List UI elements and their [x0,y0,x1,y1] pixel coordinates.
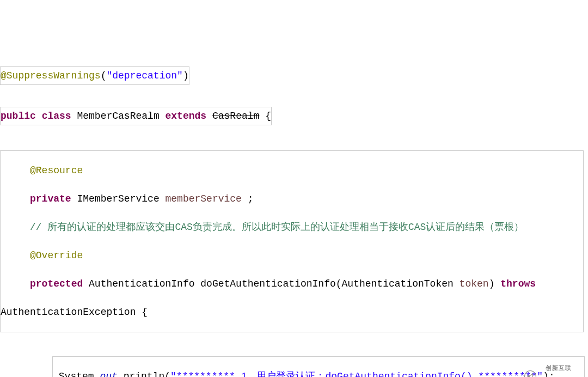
svg-point-2 [532,374,534,375]
svg-point-0 [525,371,536,377]
static-out: out [100,371,117,377]
keyword-public: public [1,111,36,121]
keyword-extends: extends [166,111,207,121]
block-method-body: System.out.println("********** 1、用户登录认证：… [52,356,585,377]
keyword-class: class [42,111,71,121]
string-println: "********** 1、用户登录认证：doGetAuthentication… [170,371,543,377]
class-name: MemberCasRealm [77,111,159,121]
keyword-protected: protected [30,278,83,289]
block-class-body: @Resource private IMemberService memberS… [0,150,584,332]
type-imemberservice: IMemberService [77,193,159,204]
watermark-logo: 创新互联 CHUANG XIN HU LIAN [524,357,584,377]
annotation-suppresswarnings: @SuppressWarnings [1,70,101,81]
deprecated-casrealm: CasRealm [212,111,259,121]
keyword-private: private [30,193,71,204]
line-2: public class MemberCasRealm extends CasR… [0,107,272,125]
keyword-throws: throws [500,278,536,289]
comment-line5: // 所有的认证的处理都应该交由CAS负责完成。所以此时实际上的认证处理相当于接… [30,222,524,233]
annotation-override: @Override [30,250,83,261]
watermark-text: 创新互联 [546,364,572,371]
annotation-resource: @Resource [30,165,83,176]
method-dogetauthinfo: doGetAuthenticationInfo [200,278,335,289]
string-deprecation: "deprecation" [106,70,182,81]
system: System. [59,371,100,377]
line-1: @SuppressWarnings("deprecation") [0,66,189,85]
param-token: token [460,278,489,289]
logo-icon [524,370,536,377]
exception-name: AuthenticationException [1,307,136,318]
field-memberservice: memberService [166,193,242,204]
